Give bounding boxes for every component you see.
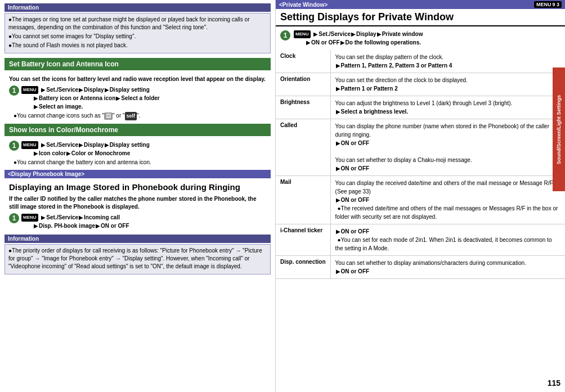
menu-numbers: 9 3 (552, 2, 559, 7)
set-battery-desc: You can set the icons for battery level … (9, 75, 266, 83)
step-number-2: 1 (9, 141, 19, 151)
table-label-clock: Clock (276, 50, 330, 73)
table-row-orientation: Orientation You can set the direction of… (276, 73, 565, 96)
table-label-ichannel: i-Channel ticker (276, 224, 330, 256)
table-row-called: Called You can display the phone number … (276, 119, 565, 176)
table-content-clock: You can set the display pattern of the c… (330, 50, 565, 73)
right-panel: <Private Window> MENU 9 3 Setting Displa… (276, 0, 565, 392)
set-battery-step1: 1 MENU ▶Set./Service▶Display▶Display set… (9, 85, 266, 111)
info-box-2-label: Information (5, 235, 271, 243)
menu-icon-badge: MENU (536, 2, 551, 7)
table-content-orientation: You can set the direction of the clock t… (330, 73, 565, 96)
display-phonebook-desc: If the caller ID notified by the caller … (5, 194, 271, 213)
info-box-1-label: Information (5, 3, 271, 12)
table-row-clock: Clock You can set the display pattern of… (276, 50, 565, 73)
private-window-step1: 1 MENU ▶Set./Service▶Display▶Private win… (276, 29, 565, 48)
private-window-header-bar: <Private Window> MENU 9 3 (276, 0, 565, 9)
set-battery-body: You can set the icons for battery level … (5, 73, 271, 124)
info2-item-1: ●The priority order of displays for call… (8, 247, 267, 271)
table-content-brightness: You can adjust the brightness to Level 1… (330, 96, 565, 119)
table-content-mail: You can display the received date/time a… (330, 176, 565, 224)
show-icons-header: Show Icons in Color/Monochrome (5, 124, 271, 136)
left-panel: Information ●The images or ring tone set… (0, 0, 276, 392)
set-battery-header: Set Battery Icon and Antenna Icon (5, 58, 271, 70)
display-phonebook-step1-content: MENU ▶Set./Service▶Incoming call ▶Disp. … (21, 213, 266, 230)
set-battery-bullet: ●You cannot change icons such as "🖼" or … (14, 112, 266, 120)
private-window-tag: <Private Window> (279, 2, 328, 8)
show-icons-bullet: ●You cannot change the battery icon and … (14, 159, 266, 166)
display-phonebook-title: Displaying an Image Stored in Phonebook … (5, 179, 271, 194)
step-number-3: 1 (9, 213, 19, 223)
info-content-1: ●The images or ring tone set at purchase… (5, 13, 271, 53)
menu-icon-1: MENU (21, 86, 38, 94)
info-content-2: ●The priority order of displays for call… (5, 244, 271, 274)
table-row-brightness: Brightness You can adjust the brightness… (276, 96, 565, 119)
private-window-title: Setting Displays for Private Window (276, 9, 565, 26)
table-row-disp-connection: Disp. connection You can set whether to … (276, 256, 565, 279)
info-item-3: ●The sound of Flash movies is not played… (8, 42, 267, 49)
show-icons-step1: 1 MENU ▶Set./Service▶Display▶Display set… (9, 141, 266, 157)
right-step-number-1: 1 (280, 30, 290, 40)
menu-icon-3: MENU (21, 214, 38, 222)
menu-icon-2: MENU (21, 141, 38, 149)
display-phonebook-step1: 1 MENU ▶Set./Service▶Incoming call ▶Disp… (9, 213, 266, 230)
table-content-ichannel: ▶ON or OFF ●You can set for each mode of… (330, 224, 565, 256)
table-row-ichannel: i-Channel ticker ▶ON or OFF ●You can set… (276, 224, 565, 256)
info-item-2: ●You cannot set some images for "Display… (8, 33, 267, 40)
show-icons-step1-content: MENU ▶Set./Service▶Display▶Display setti… (21, 141, 266, 157)
display-phonebook-body: 1 MENU ▶Set./Service▶Incoming call ▶Disp… (5, 213, 271, 235)
table-label-mail: Mail (276, 176, 330, 224)
table-content-disp-connection: You can set whether to display animation… (330, 256, 565, 279)
menu-icon-right-1: MENU (294, 30, 311, 38)
side-tab: Sound/Screen/Light Settings (553, 67, 565, 191)
display-phonebook-tag: <Display Phonebook Image> (5, 170, 271, 178)
menu-number-badge: MENU 9 3 (534, 1, 562, 8)
set-battery-step1-content: MENU ▶Set./Service▶Display▶Display setti… (21, 85, 266, 111)
table-label-orientation: Orientation (276, 73, 330, 96)
private-window-step1-content: MENU ▶Set./Service▶Display▶Private windo… (294, 30, 560, 47)
table-label-brightness: Brightness (276, 96, 330, 119)
info-item-1: ●The images or ring tone set at purchase… (8, 16, 267, 31)
step-number-1: 1 (9, 85, 19, 96)
page-number: 115 (548, 379, 560, 388)
table-content-called: You can display the phone number (name w… (330, 119, 565, 176)
table-label-disp-connection: Disp. connection (276, 256, 330, 279)
table-row-mail: Mail You can display the received date/t… (276, 176, 565, 224)
table-label-called: Called (276, 119, 330, 176)
settings-table: Clock You can set the display pattern of… (276, 50, 565, 279)
show-icons-body: 1 MENU ▶Set./Service▶Display▶Display set… (5, 138, 271, 170)
